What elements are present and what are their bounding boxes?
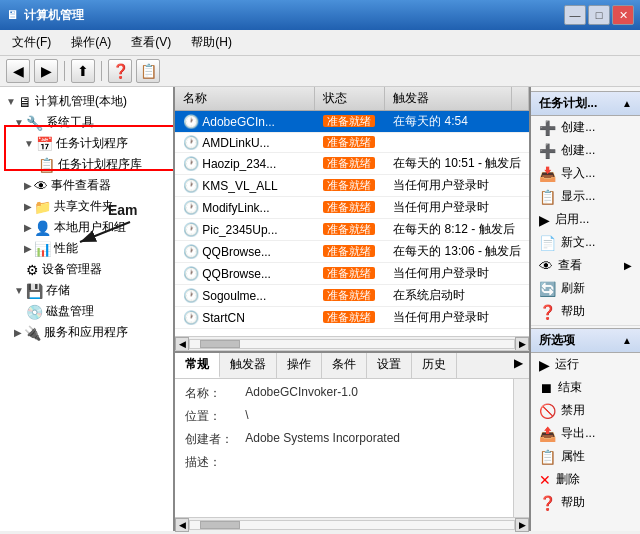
tree-device-manager[interactable]: ⚙ 设备管理器 <box>0 259 173 280</box>
menu-action[interactable]: 操作(A) <box>63 32 119 53</box>
h-scroll-thumb[interactable] <box>200 340 240 348</box>
task-row[interactable]: 🕐 ModifyLink... 准备就绪 当任何用户登录时 <box>175 197 529 219</box>
tab-settings[interactable]: 设置 <box>367 353 412 378</box>
ops-create1[interactable]: ➕ 创建... <box>531 116 640 139</box>
title-bar-left: 🖥 计算机管理 <box>6 7 84 24</box>
ops-enable[interactable]: ▶ 启用... <box>531 208 640 231</box>
task-name: 🕐 ModifyLink... <box>175 198 315 217</box>
ops-disable[interactable]: 🚫 禁用 <box>531 399 640 422</box>
h-scrollbar[interactable]: ◀ ▶ <box>175 336 529 350</box>
detail-scroll-track[interactable] <box>189 520 515 530</box>
task-row[interactable]: 🕐 Pic_2345Up... 准备就绪 在每天的 8:12 - 触发后 <box>175 219 529 241</box>
ops-help2[interactable]: ❓ 帮助 <box>531 491 640 514</box>
tree-disk-management[interactable]: 💿 磁盘管理 <box>0 301 173 322</box>
tree-storage[interactable]: ▼ 💾 存储 <box>0 280 173 301</box>
tree-computer-management[interactable]: ▼ 🖥 计算机管理(本地) <box>0 91 173 112</box>
menu-file[interactable]: 文件(F) <box>4 32 59 53</box>
ops-end[interactable]: ⏹ 结束 <box>531 376 640 399</box>
task-trigger: 在每天的 4:54 <box>385 111 529 132</box>
detail-h-scrollbar[interactable]: ◀ ▶ <box>175 517 529 531</box>
task-name: 🕐 KMS_VL_ALL <box>175 176 315 195</box>
toolbar-up[interactable]: ⬆ <box>71 59 95 83</box>
tree-label: 任务计划程序 <box>56 135 128 152</box>
task-status: 准备就绪 <box>315 176 385 195</box>
window-title: 计算机管理 <box>24 7 84 24</box>
ops-import[interactable]: 📥 导入... <box>531 162 640 185</box>
detail-scroll[interactable] <box>513 379 529 517</box>
plus-icon: ➕ <box>539 120 556 136</box>
tree-task-library[interactable]: 📋 任务计划程序库 <box>0 154 173 175</box>
tab-arrow[interactable]: ▶ <box>508 353 529 378</box>
task-row[interactable]: 🕐 StartCN 准备就绪 当任何用户登录时 <box>175 307 529 329</box>
tree-label: 磁盘管理 <box>46 303 94 320</box>
detail-scroll-thumb[interactable] <box>200 521 240 529</box>
ops-display[interactable]: 📋 显示... <box>531 185 640 208</box>
tab-history[interactable]: 历史 <box>412 353 457 378</box>
task-row[interactable]: 🕐 AdobeGCIn... 准备就绪 在每天的 4:54 <box>175 111 529 133</box>
task-status: 准备就绪 <box>315 154 385 173</box>
toolbar-export[interactable]: 📋 <box>136 59 160 83</box>
detail-name-row: 名称： AdobeGCInvoker-1.0 <box>185 385 503 402</box>
ops-help1[interactable]: ❓ 帮助 <box>531 300 640 323</box>
task-row[interactable]: 🕐 Sogoulme... 准备就绪 在系统启动时 <box>175 285 529 307</box>
ops-section-arrow-2: ▲ <box>622 335 632 346</box>
menu-view[interactable]: 查看(V) <box>123 32 179 53</box>
ops-export[interactable]: 📤 导出... <box>531 422 640 445</box>
task-name: 🕐 Sogoulme... <box>175 286 315 305</box>
task-row[interactable]: 🕐 KMS_VL_ALL 准备就绪 当任何用户登录时 <box>175 175 529 197</box>
scheduler-icon: 📅 <box>36 136 53 152</box>
task-row[interactable]: 🕐 AMDLinkU... 准备就绪 <box>175 133 529 153</box>
tree-system-tools[interactable]: ▼ 🔧 系统工具 <box>0 112 173 133</box>
tab-conditions[interactable]: 条件 <box>322 353 367 378</box>
new-icon: 📄 <box>539 235 556 251</box>
task-name: 🕐 Pic_2345Up... <box>175 220 315 239</box>
minimize-button[interactable]: — <box>564 5 586 25</box>
main-layout: ▼ 🖥 计算机管理(本地) ▼ 🔧 系统工具 ▼ 📅 任务计划程序 📋 任务计划… <box>0 87 640 531</box>
tab-triggers[interactable]: 触发器 <box>220 353 277 378</box>
ops-section-selected: 所选项 ▲ <box>531 328 640 353</box>
tree-shared-folders[interactable]: ▶ 📁 共享文件夹 <box>0 196 173 217</box>
tree-performance[interactable]: ▶ 📊 性能 <box>0 238 173 259</box>
toolbar-forward[interactable]: ▶ <box>34 59 58 83</box>
detail-desc-row: 描述： <box>185 454 503 471</box>
expand-arrow: ▼ <box>6 96 16 107</box>
h-scroll-track[interactable] <box>189 339 515 349</box>
tree-local-users[interactable]: ▶ 👤 本地用户和组 <box>0 217 173 238</box>
col-header-trigger: 触发器 <box>385 87 512 110</box>
close-button[interactable]: ✕ <box>612 5 634 25</box>
toolbar-help[interactable]: ❓ <box>108 59 132 83</box>
task-icon: 🕐 <box>183 266 199 281</box>
h-scroll-left[interactable]: ◀ <box>175 337 189 351</box>
toolbar-back[interactable]: ◀ <box>6 59 30 83</box>
ops-properties[interactable]: 📋 属性 <box>531 445 640 468</box>
maximize-button[interactable]: □ <box>588 5 610 25</box>
disk-icon: 💿 <box>26 304 43 320</box>
tab-general[interactable]: 常规 <box>175 353 220 378</box>
tab-actions[interactable]: 操作 <box>277 353 322 378</box>
ops-view[interactable]: 👁 查看 ▶ <box>531 254 640 277</box>
tree-services[interactable]: ▶ 🔌 服务和应用程序 <box>0 322 173 343</box>
tree-task-scheduler[interactable]: ▼ 📅 任务计划程序 <box>0 133 173 154</box>
task-status: 准备就绪 <box>315 286 385 305</box>
ops-refresh[interactable]: 🔄 刷新 <box>531 277 640 300</box>
library-icon: 📋 <box>38 157 55 173</box>
ops-run[interactable]: ▶ 运行 <box>531 353 640 376</box>
ops-new[interactable]: 📄 新文... <box>531 231 640 254</box>
task-name: 🕐 AdobeGCIn... <box>175 112 315 131</box>
h-scroll-right[interactable]: ▶ <box>515 337 529 351</box>
detail-author-row: 创建者： Adobe Systems Incorporated <box>185 431 503 448</box>
ops-separator <box>531 325 640 326</box>
tree-event-viewer[interactable]: ▶ 👁 事件查看器 <box>0 175 173 196</box>
task-row[interactable]: 🕐 QQBrowse... 准备就绪 在每天的 13:06 - 触发后 <box>175 241 529 263</box>
detail-scroll-right[interactable]: ▶ <box>515 518 529 532</box>
ops-create2[interactable]: ➕ 创建... <box>531 139 640 162</box>
toolbar-separator <box>64 61 65 81</box>
ops-delete[interactable]: ✕ 删除 <box>531 468 640 491</box>
detail-scroll-left[interactable]: ◀ <box>175 518 189 532</box>
task-status: 准备就绪 <box>315 133 385 152</box>
task-row[interactable]: 🕐 QQBrowse... 准备就绪 当任何用户登录时 <box>175 263 529 285</box>
task-row[interactable]: 🕐 Haozip_234... 准备就绪 在每天的 10:51 - 触发后 <box>175 153 529 175</box>
delete-icon: ✕ <box>539 472 551 488</box>
menu-help[interactable]: 帮助(H) <box>183 32 240 53</box>
task-status: 准备就绪 <box>315 112 385 131</box>
